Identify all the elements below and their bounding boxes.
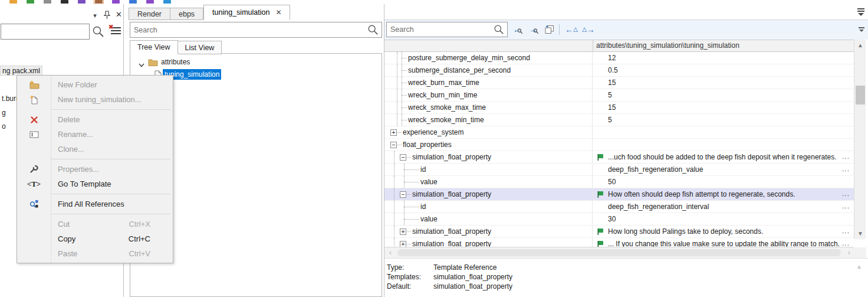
grid-row[interactable]: value30 bbox=[384, 213, 854, 226]
collapse-icon[interactable]: − bbox=[390, 142, 397, 148]
value-search-input[interactable] bbox=[387, 22, 494, 37]
expand-icon[interactable]: + bbox=[400, 241, 406, 247]
panel-dropdown-icon[interactable]: ▾ bbox=[90, 12, 100, 20]
grid-value-cell[interactable]: 5 bbox=[593, 114, 854, 126]
close-panel-icon[interactable]: ✕ bbox=[114, 10, 123, 19]
scroll-up-arrow[interactable]: ▲ bbox=[854, 40, 866, 51]
ellipsis-button[interactable]: ... bbox=[842, 151, 850, 162]
menu-item-copy[interactable]: CopyCtrl+C bbox=[17, 231, 173, 246]
grid-row[interactable]: iddeep_fish_regeneration_value... bbox=[384, 164, 854, 176]
value-toolbar: ← → ←△ △→ bbox=[384, 20, 868, 40]
tree-folder-row[interactable]: attributes bbox=[130, 56, 382, 68]
copy-view-button[interactable] bbox=[542, 24, 556, 35]
file-list-item-ng-pack-xml[interactable]: ng pack.xml bbox=[0, 66, 42, 76]
grid-row[interactable]: −simulation_float_propertyHow often shou… bbox=[384, 188, 854, 201]
grid-row[interactable]: wreck_smoke_max_time15 bbox=[384, 102, 854, 114]
toolbar-icon-5[interactable] bbox=[78, 0, 86, 4]
ellipsis-button[interactable]: ... bbox=[842, 201, 850, 211]
grid-value-cell[interactable]: How often should deep fish attempt to re… bbox=[593, 188, 854, 200]
search-next-button[interactable]: → bbox=[526, 24, 540, 35]
tab-render[interactable]: Render bbox=[129, 8, 170, 20]
grid-value-cell[interactable]: 50 bbox=[593, 176, 854, 188]
tab-list-view[interactable]: List View bbox=[178, 41, 222, 54]
tree-search-input[interactable] bbox=[130, 22, 367, 37]
horizontal-scrollbar[interactable]: ‹ › bbox=[384, 247, 866, 258]
scroll-down-arrow[interactable]: ▼ bbox=[854, 228, 866, 239]
search-icon[interactable] bbox=[367, 24, 382, 35]
ellipsis-button[interactable]: ... bbox=[842, 238, 850, 247]
grid-row[interactable]: wreck_burn_max_time15 bbox=[384, 77, 854, 89]
file-list-item-o[interactable]: o bbox=[0, 122, 8, 132]
grid-row[interactable]: wreck_smoke_min_time5 bbox=[384, 114, 854, 126]
menu-item-find-all-references[interactable]: Find All References bbox=[17, 197, 173, 211]
grid-value-cell[interactable] bbox=[593, 139, 854, 151]
scroll-right-arrow[interactable]: › bbox=[844, 247, 854, 258]
rename-icon bbox=[17, 131, 51, 138]
scrollbar-thumb[interactable] bbox=[856, 86, 865, 105]
toolbar-icon-1[interactable] bbox=[9, 0, 17, 4]
grid-value-cell[interactable] bbox=[593, 126, 854, 138]
grid-row[interactable]: −float_properties bbox=[384, 139, 854, 151]
toolbar-icon-8[interactable] bbox=[129, 0, 137, 4]
toolbar-icon-3[interactable] bbox=[44, 0, 51, 4]
grid-value-cell[interactable]: ...uch food should be added to the deep … bbox=[593, 151, 854, 163]
asset-search-input[interactable] bbox=[1, 24, 89, 39]
grid-value-cell[interactable]: 15 bbox=[593, 77, 854, 89]
ellipsis-button[interactable]: ... bbox=[842, 226, 850, 236]
scroll-up-arrow[interactable]: ▲ bbox=[856, 263, 862, 270]
grid-value-cell[interactable]: deep_fish_regeneration_value... bbox=[593, 164, 854, 175]
previous-change-button[interactable]: ←△ bbox=[563, 24, 580, 35]
toolbar-icon-9[interactable] bbox=[146, 0, 154, 4]
toolbar-icon-7[interactable] bbox=[112, 0, 120, 4]
grid-row-name: simulation_float_property bbox=[412, 188, 491, 200]
collapse-icon[interactable]: − bbox=[400, 191, 406, 198]
grid-value-cell[interactable]: 0.5 bbox=[593, 64, 854, 76]
grid-row[interactable]: +experience_system bbox=[384, 126, 854, 139]
toolbar-icon-6[interactable] bbox=[95, 0, 103, 4]
grid-row[interactable]: iddeep_fish_regeneration_interval... bbox=[384, 201, 854, 213]
scroll-left-arrow[interactable]: ‹ bbox=[386, 247, 395, 258]
grid-row[interactable]: submerge_distance_per_second0.5 bbox=[384, 64, 854, 77]
close-tab-icon[interactable]: ✕ bbox=[275, 8, 281, 17]
main-toolbar bbox=[0, 0, 868, 4]
grid-value-cell[interactable]: ... If you change this value make sure t… bbox=[593, 238, 854, 247]
tab-tuning-simulation[interactable]: tuning_simulation✕ bbox=[203, 5, 290, 20]
grid-row[interactable]: posture_submerge_delay_min_second12 bbox=[384, 52, 854, 64]
grid-row[interactable]: value50 bbox=[384, 176, 854, 188]
search-icon[interactable] bbox=[494, 24, 507, 35]
search-icon[interactable] bbox=[92, 25, 104, 38]
column-splitter[interactable] bbox=[593, 40, 593, 51]
vertical-scrollbar[interactable]: ▲ ▼ bbox=[854, 40, 866, 239]
panel-menu-icon[interactable] bbox=[856, 8, 866, 15]
grid-value-cell[interactable]: 15 bbox=[593, 102, 854, 113]
grid-value-cell[interactable]: How long should Palings take to deploy, … bbox=[593, 226, 854, 237]
grid-value-cell[interactable]: deep_fish_regeneration_interval... bbox=[593, 201, 854, 213]
tab-ebps[interactable]: ebps bbox=[170, 8, 203, 20]
grid-row[interactable]: +simulation_float_property... If you cha… bbox=[384, 238, 854, 247]
pin-icon[interactable] bbox=[103, 11, 111, 21]
tab-tree-view[interactable]: Tree View bbox=[130, 40, 178, 54]
search-previous-button[interactable]: ← bbox=[510, 24, 524, 35]
grid-header[interactable]: attributes\tuning_simulation\tuning_simu… bbox=[384, 40, 854, 52]
chevron-down-icon[interactable] bbox=[139, 61, 144, 69]
next-change-button[interactable]: △→ bbox=[580, 24, 597, 35]
expand-icon[interactable]: + bbox=[390, 129, 397, 136]
scrollbar-thumb[interactable] bbox=[397, 249, 841, 256]
collapse-icon[interactable]: − bbox=[400, 154, 406, 161]
grid-row[interactable]: −simulation_float_property...uch food sh… bbox=[384, 151, 854, 164]
grid-row[interactable]: wreck_burn_min_time5 bbox=[384, 89, 854, 102]
expand-icon[interactable]: + bbox=[400, 229, 406, 235]
grid-value-cell[interactable]: 30 bbox=[593, 213, 854, 225]
file-list-item-g[interactable]: g bbox=[0, 108, 8, 118]
grid-value-cell[interactable]: 5 bbox=[593, 89, 854, 101]
clear-filter-icon[interactable]: ✖ bbox=[109, 25, 122, 37]
grid-row[interactable]: +simulation_float_propertyHow long shoul… bbox=[384, 226, 854, 238]
ellipsis-button[interactable]: ... bbox=[842, 164, 850, 174]
menu-item-go-to-template[interactable]: <T>Go To Template bbox=[17, 177, 173, 191]
toolbar-icon-4[interactable] bbox=[61, 0, 68, 4]
ellipsis-button[interactable]: ... bbox=[842, 188, 850, 199]
grid-value-cell[interactable]: 12 bbox=[593, 52, 854, 64]
toolbar-icon-2[interactable] bbox=[27, 0, 34, 4]
column-filter-icon[interactable] bbox=[857, 27, 866, 32]
toolbar-icon-10[interactable] bbox=[163, 0, 171, 4]
